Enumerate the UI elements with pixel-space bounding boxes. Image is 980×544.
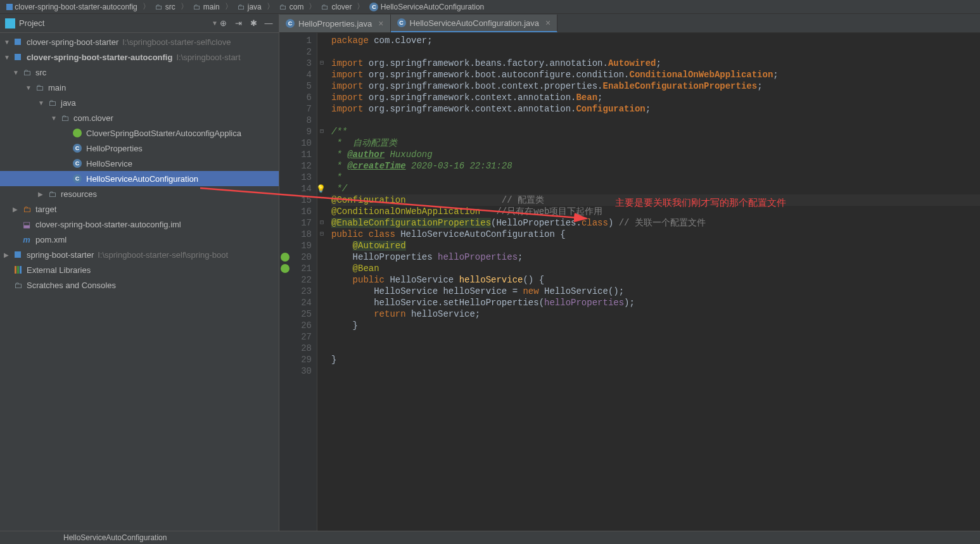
breadcrumb-item[interactable]: 🗀main <box>189 3 224 11</box>
tree-item[interactable]: ▼clover-spring-boot-starterI:\springboot… <box>0 34 279 49</box>
tab-label: HelloProperties.java <box>298 19 372 28</box>
tree-item[interactable]: 🗀Scratches and Consoles <box>0 277 279 293</box>
tab-helloserviceautoconfig[interactable]: C HelloServiceAutoConfiguration.java × <box>391 15 558 32</box>
status-text: HelloServiceAutoConfiguration <box>63 533 167 542</box>
code-content[interactable]: package com.clover;import org.springfram… <box>326 33 980 531</box>
settings-icon[interactable]: ✱ <box>248 18 258 28</box>
tab-helloproperties[interactable]: C HelloProperties.java × <box>279 15 391 32</box>
editor-tabs: C HelloProperties.java × C HelloServiceA… <box>279 14 980 33</box>
close-icon[interactable]: × <box>378 18 383 28</box>
tree-item[interactable]: mpom.xml <box>0 232 279 247</box>
close-icon[interactable]: × <box>545 18 550 28</box>
tree-item[interactable]: ▼🗀com.clover <box>0 110 279 125</box>
breadcrumb-item[interactable]: 🗀java <box>234 3 265 11</box>
status-bar: HelloServiceAutoConfiguration <box>0 531 980 544</box>
breadcrumb-item[interactable]: 🗀clover <box>317 3 355 11</box>
tree-item[interactable]: CloverSpringBootStarterAutoconfigApplica <box>0 125 279 141</box>
collapse-icon[interactable]: ⇥ <box>233 18 243 28</box>
tree-item[interactable]: ▼🗀src <box>0 65 279 80</box>
tree-item[interactable]: CHelloServiceAutoConfiguration <box>0 171 279 186</box>
tree-item[interactable]: ▶🗀target <box>0 201 279 217</box>
tree-item[interactable]: ▶🗀resources <box>0 186 279 201</box>
line-gutter: 1234567891011121314💡15161718192021222324… <box>279 33 317 531</box>
editor-area: C HelloProperties.java × C HelloServiceA… <box>279 14 980 531</box>
hide-icon[interactable]: — <box>264 18 274 28</box>
breadcrumb-item[interactable]: 🗀com <box>276 3 308 11</box>
tree-item[interactable]: CHelloProperties <box>0 141 279 156</box>
class-icon: C <box>397 18 406 27</box>
tree-item[interactable]: ▼🗀java <box>0 95 279 110</box>
breadcrumb-item[interactable]: 🗀src <box>151 3 179 11</box>
fold-column[interactable]: ⊟⊟⊟⊟ <box>317 33 326 531</box>
project-icon <box>5 18 15 28</box>
sidebar-header: Project ▼ ⊕ ⇥ ✱ — <box>0 14 279 33</box>
project-tree[interactable]: ▼clover-spring-boot-starterI:\springboot… <box>0 33 279 531</box>
dropdown-icon[interactable]: ▼ <box>212 20 218 27</box>
breadcrumb: clover-spring-boot-starter-autoconfig〉 🗀… <box>0 0 980 14</box>
tree-item[interactable]: ▼clover-spring-boot-starter-autoconfigI:… <box>0 49 279 65</box>
sidebar-title: Project <box>19 18 209 28</box>
project-sidebar: Project ▼ ⊕ ⇥ ✱ — ▼clover-spring-boot-st… <box>0 14 279 531</box>
tree-item[interactable]: ▶spring-boot-starterI:\springboot-starte… <box>0 247 279 262</box>
code-editor[interactable]: 1234567891011121314💡15161718192021222324… <box>279 33 980 531</box>
tree-item[interactable]: External Libraries <box>0 262 279 277</box>
tree-item[interactable]: CHelloService <box>0 156 279 171</box>
tree-item[interactable]: ▼🗀main <box>0 80 279 95</box>
tree-item[interactable]: ⬓clover-spring-boot-starter-autoconfig.i… <box>0 217 279 232</box>
breadcrumb-item[interactable]: clover-spring-boot-starter-autoconfig <box>3 3 141 11</box>
tab-label: HelloServiceAutoConfiguration.java <box>410 18 540 28</box>
breadcrumb-item[interactable]: C HelloServiceAutoConfiguration <box>366 3 488 11</box>
locate-icon[interactable]: ⊕ <box>218 18 228 28</box>
class-icon: C <box>286 19 295 28</box>
